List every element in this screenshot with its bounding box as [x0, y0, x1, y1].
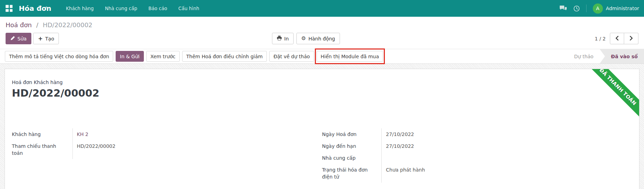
field-row: Tham chiếu thanh toán HD/2022/00002	[12, 140, 322, 159]
printer-icon	[277, 36, 282, 41]
field-group-left: Khách hàng KH 2 Tham chiếu thanh toán HD…	[12, 128, 322, 183]
app-name[interactable]: Hóa đơn	[19, 4, 51, 13]
avatar: A	[593, 3, 603, 14]
invoice-number: HD/2022/00002	[12, 87, 632, 99]
form-background: ĐÃ THANH TOÁN Hoá đơn Khách hàng HD/2022…	[0, 64, 644, 189]
add-vietnamese-description-button[interactable]: Thêm mô tả tiếng Việt cho dòng hóa đơn	[5, 51, 113, 62]
menu-nha-cung-cap[interactable]: Nhà cung cấp	[99, 0, 143, 17]
show-purchased-module-button[interactable]: Hiển thị Module đã mua	[317, 51, 383, 62]
user-name: Administrator	[606, 6, 639, 11]
action-button-label: Hành động	[308, 36, 335, 41]
annotation-highlight-box: Hiển thị Module đã mua	[317, 51, 383, 62]
breadcrumb-current: HD/2022/00002	[43, 21, 93, 29]
control-panel: Hoá đơn / HD/2022/00002 Sửa + Tạo	[0, 17, 644, 49]
invoice-sheet: ĐÃ THANH TOÁN Hoá đơn Khách hàng HD/2022…	[5, 69, 639, 189]
field-label-payment-reference: Tham chiếu thanh toán	[12, 140, 72, 159]
breadcrumb-separator: /	[36, 21, 38, 29]
field-group-right: Ngày Hoá đơn 27/10/2022 Ngày đến hạn 27/…	[322, 128, 633, 183]
breadcrumb: Hoá đơn / HD/2022/00002	[6, 21, 638, 29]
pager	[610, 33, 638, 44]
menu-bao-cao[interactable]: Báo cáo	[143, 0, 173, 17]
pager-next-button[interactable]	[624, 33, 638, 44]
add-credit-note-button[interactable]: Thêm Hoá đơn điều chỉnh giảm	[182, 51, 267, 62]
breadcrumb-parent[interactable]: Hoá đơn	[6, 21, 32, 29]
field-label-due-date: Ngày đến hạn	[322, 140, 382, 152]
status-draft[interactable]: Dự thảo	[568, 49, 600, 63]
systray-divider	[586, 5, 587, 12]
field-label-customer: Khách hàng	[12, 128, 72, 140]
user-menu[interactable]: A Administrator	[593, 3, 639, 14]
document-type-label: Hoá đơn Khách hàng	[12, 80, 632, 85]
field-value-customer[interactable]: KH 2	[77, 131, 88, 137]
create-button[interactable]: + Tạo	[33, 33, 59, 44]
field-value-einvoice-status: Chưa phát hành	[382, 164, 633, 183]
field-row: Khách hàng KH 2	[12, 128, 322, 140]
pencil-icon	[10, 36, 15, 41]
menu-cau-hinh[interactable]: Cấu hình	[173, 0, 205, 17]
clock-icon[interactable]	[573, 5, 580, 12]
field-row: Ngày Hoá đơn 27/10/2022	[322, 128, 633, 140]
field-value-invoice-date: 27/10/2022	[382, 128, 633, 140]
print-and-send-button[interactable]: In & Gửi	[116, 51, 143, 62]
print-button[interactable]: In	[272, 33, 294, 44]
pager-previous-button[interactable]	[610, 33, 624, 44]
top-navbar: Hóa đơn Khách hàng Nhà cung cấp Báo cáo …	[0, 0, 644, 17]
edit-button-label: Sửa	[17, 36, 26, 41]
gear-icon: ⚙	[301, 36, 306, 41]
menu-khach-hang[interactable]: Khách hàng	[60, 0, 99, 17]
status-pipeline: Dự thảo Đã vào sổ	[568, 49, 644, 63]
field-value-payment-reference: HD/2022/00002	[72, 140, 322, 159]
field-value-vendor	[382, 152, 633, 164]
field-label-vendor: Nhà cung cấp	[322, 152, 382, 164]
chevron-right-icon	[630, 35, 633, 42]
create-button-label: Tạo	[45, 36, 54, 41]
apps-grid-icon[interactable]	[6, 5, 13, 12]
statusbar: Thêm mô tả tiếng Việt cho dòng hóa đơn I…	[0, 49, 644, 64]
field-label-einvoice-status: Trạng thái hóa đơn điện tử	[322, 164, 382, 183]
field-label-invoice-date: Ngày Hoá đơn	[322, 128, 382, 140]
reset-to-draft-button[interactable]: Đặt về dự thảo	[269, 51, 314, 62]
field-row: Nhà cung cấp	[322, 152, 633, 164]
action-button[interactable]: ⚙ Hành động	[296, 33, 340, 44]
field-row: Ngày đến hạn 27/10/2022	[322, 140, 633, 152]
chevron-left-icon	[615, 35, 619, 42]
edit-button[interactable]: Sửa	[6, 33, 31, 44]
systray: A Administrator	[559, 3, 639, 14]
field-row: Trạng thái hóa đơn điện tử Chưa phát hàn…	[322, 164, 633, 183]
status-posted[interactable]: Đã vào sổ	[600, 49, 644, 63]
plus-icon: +	[38, 36, 42, 41]
print-button-label: In	[284, 36, 289, 41]
pager-counter: 1 / 2	[595, 36, 606, 41]
chat-icon[interactable]	[559, 5, 567, 12]
preview-button[interactable]: Xem trước	[146, 51, 180, 62]
field-value-due-date: 27/10/2022	[382, 140, 633, 152]
